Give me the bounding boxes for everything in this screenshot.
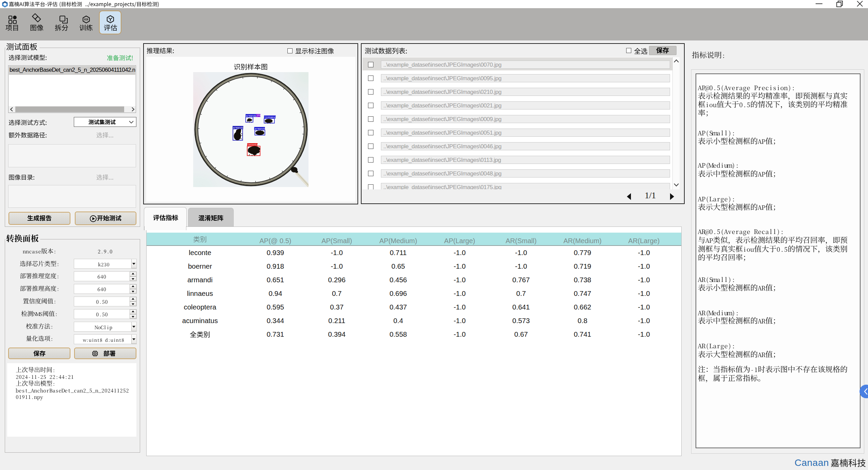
- svg-text:armandi: armandi: [255, 128, 266, 130]
- svg-text:linnaeus: linnaeus: [264, 116, 276, 119]
- svg-text:armandi: armandi: [246, 115, 257, 117]
- svg-text:1F8: 1F8: [256, 114, 261, 117]
- svg-text:armandi: armandi: [233, 127, 244, 129]
- svg-text:leconte: leconte: [248, 144, 258, 146]
